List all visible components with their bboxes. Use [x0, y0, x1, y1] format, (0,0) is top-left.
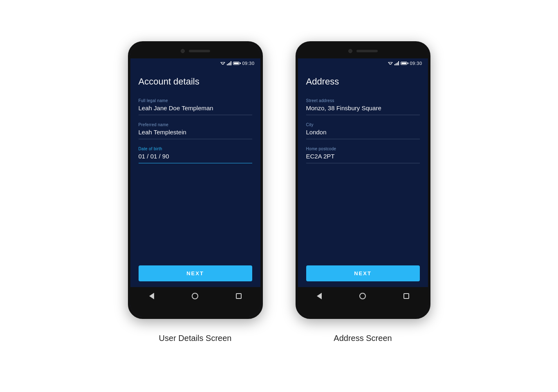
phone2-power-button	[429, 93, 430, 112]
phone2-label-postcode: Home postcode	[306, 147, 420, 151]
phone2-field-city: City London	[306, 122, 420, 139]
battery-icon-2	[401, 62, 407, 65]
phone2-section: 09:30 Address Street address Monzo, 38 F…	[296, 41, 430, 343]
phone1-field-prefname: Preferred name Leah Templestein	[139, 122, 252, 139]
phone2-recents-icon[interactable]	[403, 293, 409, 299]
phone1-volume-up-button	[128, 85, 129, 98]
phone2-value-city[interactable]: London	[306, 129, 420, 139]
phone1-field-fullname: Full legal name Leah Jane Doe Templeman	[139, 98, 252, 115]
home-circle	[192, 293, 198, 299]
phone1-caption: User Details Screen	[159, 334, 232, 343]
phone1-label-fullname: Full legal name	[139, 98, 252, 103]
phone2-top-bezel	[298, 44, 428, 58]
phone2-caption: Address Screen	[334, 334, 392, 343]
phone1-status-bar: 09:30	[130, 58, 260, 68]
phone2-next-button[interactable]: NEXT	[306, 265, 420, 281]
phone2-value-street[interactable]: Monzo, 38 Finsbury Square	[306, 105, 420, 115]
home-circle-2	[359, 293, 366, 299]
phone1-bottom-bezel	[130, 305, 260, 316]
phone2-screen: Address Street address Monzo, 38 Finsbur…	[298, 68, 428, 287]
phone1-recents-icon[interactable]	[236, 293, 242, 299]
phone1-frame: 09:30 Account details Full legal name Le…	[128, 41, 263, 319]
phone2-volume-down-button	[296, 104, 297, 124]
phone1-screen: Account details Full legal name Leah Jan…	[130, 68, 260, 287]
phone1-value-dob[interactable]: 01 / 01 / 90	[139, 153, 252, 163]
phone2-label-city: City	[306, 122, 420, 127]
phone2-field-street: Street address Monzo, 38 Finsbury Square	[306, 98, 420, 115]
phone1-speaker	[189, 50, 210, 52]
phone2-time: 09:30	[410, 61, 422, 66]
signal-icon-2	[394, 61, 399, 65]
phone1-nav	[130, 287, 260, 305]
phone2-speaker	[356, 50, 378, 52]
wifi-icon-2	[388, 61, 393, 65]
phone2-content: Address Street address Monzo, 38 Finsbur…	[298, 68, 428, 171]
page-container: 09:30 Account details Full legal name Le…	[0, 25, 558, 368]
phone1-label-dob: Date of birth	[139, 147, 252, 151]
phone2-frame: 09:30 Address Street address Monzo, 38 F…	[296, 41, 430, 319]
signal-icon	[227, 61, 231, 65]
battery-icon	[233, 62, 240, 65]
back-triangle-2	[317, 293, 322, 299]
phone1-power-button	[262, 93, 263, 112]
wifi-icon	[220, 61, 225, 65]
phone2-field-postcode: Home postcode EC2A 2PT	[306, 147, 420, 163]
phone2-status-bar: 09:30	[298, 58, 428, 68]
phone1-status-icons	[220, 61, 240, 65]
phone2-volume-up-button	[296, 85, 297, 98]
phone1-camera	[181, 49, 185, 53]
phone2-title: Address	[306, 76, 420, 87]
phone1-field-dob: Date of birth 01 / 01 / 90	[139, 147, 252, 163]
phone2-home-icon[interactable]	[359, 293, 366, 299]
back-triangle	[149, 293, 154, 299]
phone2-nav	[298, 287, 428, 305]
phone2-value-postcode[interactable]: EC2A 2PT	[306, 153, 420, 163]
phone1-title: Account details	[139, 76, 252, 87]
phone1-value-fullname[interactable]: Leah Jane Doe Templeman	[139, 105, 252, 115]
recents-square-2	[403, 293, 409, 299]
phone1-home-icon[interactable]	[192, 293, 198, 299]
phone1-section: 09:30 Account details Full legal name Le…	[128, 41, 263, 343]
phone1-volume-down-button	[128, 104, 129, 124]
phone2-label-street: Street address	[306, 98, 420, 103]
phone2-bottom: NEXT	[298, 265, 428, 287]
phone1-content: Account details Full legal name Leah Jan…	[130, 68, 260, 171]
phone2-status-icons	[388, 61, 407, 65]
phone1-top-bezel	[130, 44, 260, 58]
phone2-bottom-bezel	[298, 305, 428, 316]
phone1-value-prefname[interactable]: Leah Templestein	[139, 129, 252, 139]
phone2-back-icon[interactable]	[317, 293, 322, 299]
phone1-time: 09:30	[242, 61, 254, 66]
phone1-bottom: NEXT	[130, 265, 260, 287]
phone1-next-button[interactable]: NEXT	[139, 265, 252, 281]
recents-square	[236, 293, 242, 299]
phone1-label-prefname: Preferred name	[139, 122, 252, 127]
phone1-back-icon[interactable]	[149, 293, 154, 299]
phone2-camera	[348, 49, 352, 53]
